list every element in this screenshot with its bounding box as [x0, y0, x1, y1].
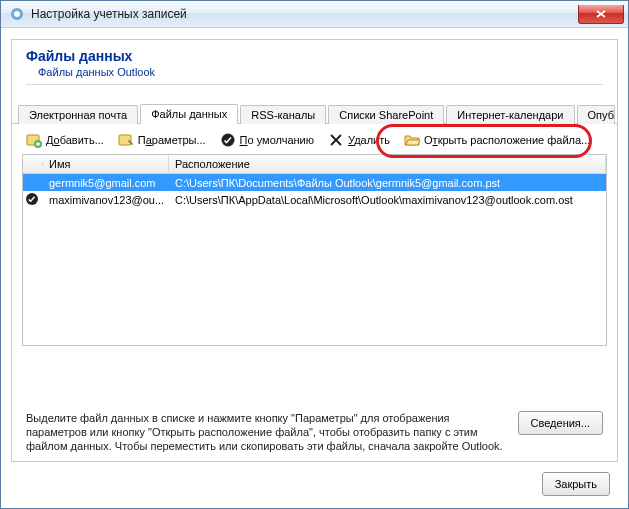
open-location-label: Открыть расположение файла...	[424, 134, 590, 146]
dialog-header: Файлы данных Файлы данных Outlook	[12, 40, 617, 95]
svg-rect-4	[119, 135, 131, 145]
set-default-button[interactable]: По умолчанию	[220, 132, 314, 148]
default-label: По умолчанию	[240, 134, 314, 146]
row-location: C:\Users\ПК\AppData\Local\Microsoft\Outl…	[169, 193, 606, 207]
tab-sharepoint[interactable]: Списки SharePoint	[328, 105, 444, 124]
account-settings-window: Настройка учетных записей Файлы данных Ф…	[0, 0, 629, 509]
dialog-body: Файлы данных Файлы данных Outlook Электр…	[11, 39, 618, 462]
title-bar: Настройка учетных записей	[1, 1, 628, 28]
tab-strip: Электронная почта Файлы данных RSS-канал…	[12, 101, 617, 124]
tab-published[interactable]: Опубликован	[577, 105, 616, 124]
folder-open-icon	[404, 132, 420, 148]
check-circle-icon	[25, 192, 39, 206]
default-marker	[23, 192, 43, 208]
tab-internet-calendars[interactable]: Интернет-календари	[446, 105, 574, 124]
window-close-button[interactable]	[578, 5, 624, 24]
app-icon	[9, 6, 25, 22]
table-row[interactable]: germnik5@gmail.com C:\Users\ПК\Documents…	[23, 174, 606, 191]
row-location: C:\Users\ПК\Documents\Файлы Outlook\germ…	[169, 176, 606, 190]
list-header: Имя Расположение	[23, 155, 606, 174]
divider	[26, 84, 603, 85]
remove-button[interactable]: Удалить	[328, 132, 390, 148]
delete-icon	[328, 132, 344, 148]
page-title: Файлы данных	[26, 48, 603, 64]
add-label: Добавить...	[46, 134, 104, 146]
settings-label: Параметры...	[138, 134, 206, 146]
dialog-footer: Закрыть	[542, 472, 610, 496]
add-icon	[26, 132, 42, 148]
open-file-location-button[interactable]: Открыть расположение файла...	[404, 132, 590, 148]
check-circle-icon	[220, 132, 236, 148]
delete-label: Удалить	[348, 134, 390, 146]
settings-button[interactable]: Параметры...	[118, 132, 206, 148]
row-name: maximivanov123@ou...	[43, 193, 169, 207]
add-button[interactable]: Добавить...	[26, 132, 104, 148]
column-default-indicator[interactable]	[23, 162, 43, 166]
tab-email[interactable]: Электронная почта	[18, 105, 138, 124]
close-button[interactable]: Закрыть	[542, 472, 610, 496]
page-subtitle: Файлы данных Outlook	[38, 66, 603, 78]
column-location[interactable]: Расположение	[169, 156, 606, 172]
info-area: Выделите файл данных в списке и нажмите …	[22, 411, 607, 453]
data-files-list[interactable]: Имя Расположение germnik5@gmail.com C:\U…	[22, 154, 607, 346]
window-title: Настройка учетных записей	[31, 7, 578, 21]
column-name[interactable]: Имя	[43, 156, 169, 172]
settings-icon	[118, 132, 134, 148]
table-row[interactable]: maximivanov123@ou... C:\Users\ПК\AppData…	[23, 191, 606, 208]
info-text: Выделите файл данных в списке и нажмите …	[26, 411, 508, 453]
tab-data-files[interactable]: Файлы данных	[140, 104, 238, 124]
details-button[interactable]: Сведения...	[518, 411, 603, 435]
row-name: germnik5@gmail.com	[43, 176, 169, 190]
toolbar: Добавить... Параметры... По умолчанию Уд…	[12, 124, 617, 154]
tab-rss[interactable]: RSS-каналы	[240, 105, 326, 124]
svg-point-1	[14, 11, 20, 17]
